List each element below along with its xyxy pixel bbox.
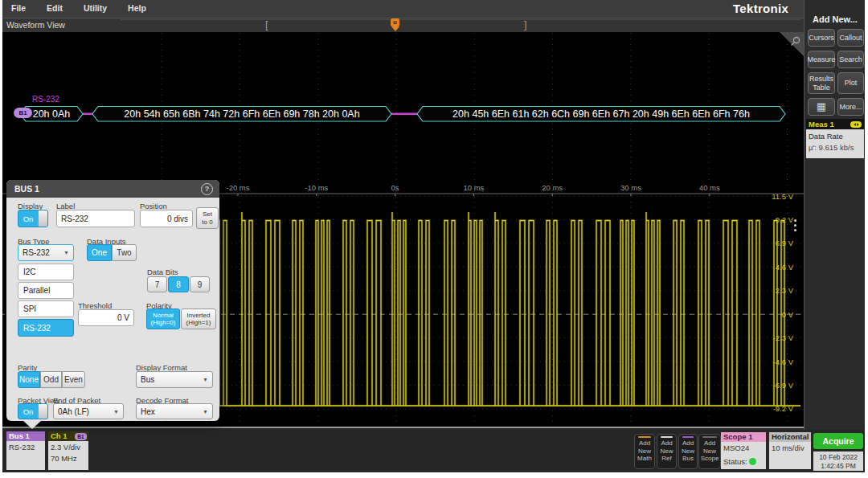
scope1-badge[interactable]: Scope 1 MSO24 Status: bbox=[721, 432, 766, 469]
add-new-button-line: Bus bbox=[679, 455, 697, 463]
dialog-header[interactable]: BUS 1 ? bbox=[6, 180, 219, 198]
add-new-button-line: Add bbox=[657, 439, 676, 447]
set-to-zero-line1: Set bbox=[203, 210, 212, 218]
time-text: 1:42:45 PM bbox=[813, 462, 863, 471]
status-dot-icon bbox=[749, 458, 756, 465]
bus1-badge-title: Bus 1 bbox=[6, 431, 45, 441]
horizontal-badge[interactable]: Horizontal 10 ms/div bbox=[769, 432, 811, 469]
horizontal-badge-title: Horizontal bbox=[769, 432, 811, 442]
data-bits-7-button[interactable]: 7 bbox=[147, 276, 167, 292]
decode-format-value: Hex bbox=[141, 407, 155, 416]
bus-type-option-rs-232[interactable]: RS-232 bbox=[18, 319, 74, 337]
dialog-pointer bbox=[23, 420, 42, 429]
time-axis-label: 40 ms bbox=[699, 183, 720, 192]
scope1-badge-body: MSO24 Status: bbox=[721, 442, 766, 469]
threshold-input[interactable]: 0 V bbox=[78, 309, 134, 326]
screenshot-frame bbox=[0, 472, 868, 478]
ch1-scale: 2.3 V/div bbox=[51, 442, 88, 453]
bus-type-option-parallel[interactable]: Parallel bbox=[18, 282, 74, 299]
display-toggle[interactable]: On bbox=[18, 210, 48, 227]
date-text: 10 Feb 2022 bbox=[813, 453, 863, 462]
bus-type-select[interactable]: RS-232▼ bbox=[18, 244, 74, 261]
zoom-bracket-right: ] bbox=[524, 18, 527, 31]
panel-drag-handle[interactable] bbox=[794, 217, 797, 234]
help-icon[interactable]: ? bbox=[201, 183, 213, 195]
data-inputs-one-button[interactable]: One bbox=[87, 244, 112, 261]
display-format-value: Bus bbox=[141, 375, 154, 384]
set-to-zero-line2: to 0 bbox=[202, 219, 212, 226]
sidebar-button-search[interactable]: Search bbox=[837, 51, 864, 68]
sidebar-button-cursors[interactable]: Cursors bbox=[808, 29, 835, 47]
meas1-value: µ': 9.615 kb/s bbox=[809, 142, 864, 153]
sidebar-button-plot[interactable]: Plot bbox=[837, 72, 864, 94]
add-new-button-line: Add bbox=[679, 439, 697, 447]
polarity-inverted-button[interactable]: Inverted (High=1) bbox=[181, 308, 216, 329]
scope1-badge-title: Scope 1 bbox=[721, 432, 766, 442]
zoom-table-icon-button[interactable]: ▦ bbox=[808, 98, 835, 116]
end-of-packet-select[interactable]: 0Ah (LF)▼ bbox=[53, 403, 124, 419]
meas1-title: Meas 1 bbox=[809, 120, 834, 129]
menu-items: FileEditUtilityHelp bbox=[11, 0, 167, 14]
display-toggle-state: On bbox=[18, 210, 38, 227]
add-new-scope-button[interactable]: AddNewScope bbox=[698, 434, 721, 469]
zoom-corner-control[interactable] bbox=[780, 32, 804, 56]
data-bits-9-button[interactable]: 9 bbox=[190, 276, 210, 292]
sidebar-button-callout[interactable]: Callout bbox=[837, 29, 864, 47]
sidebar-button-results-table[interactable]: Results Table bbox=[808, 72, 835, 94]
data-inputs-two-button[interactable]: Two bbox=[112, 244, 137, 261]
sidebar-button-measure[interactable]: Measure bbox=[808, 51, 835, 68]
add-new-button-line: Math bbox=[635, 455, 654, 463]
bus-packet-text: 20h 54h 65h 6Bh 74h 72h 6Fh 6Eh 69h 78h … bbox=[124, 108, 359, 120]
horizontal-scale: 10 ms/div bbox=[769, 442, 811, 469]
time-axis-label: 30 ms bbox=[620, 183, 641, 192]
display-format-select[interactable]: Bus▼ bbox=[136, 371, 213, 388]
add-new-button-line: New bbox=[635, 447, 654, 456]
data-bits-8-button[interactable]: 8 bbox=[168, 276, 189, 292]
parity-odd-button[interactable]: Odd bbox=[40, 371, 62, 388]
scope1-status-label: Status: bbox=[723, 457, 747, 466]
menu-item-help[interactable]: Help bbox=[128, 0, 146, 13]
add-new-header: Add New... bbox=[805, 14, 866, 24]
bus-type-option-spi[interactable]: SPI bbox=[18, 300, 74, 317]
parity-even-button[interactable]: Even bbox=[62, 371, 85, 388]
meas1-badge-body[interactable]: Data Rate µ': 9.615 kb/s bbox=[806, 129, 864, 158]
set-to-zero-button[interactable]: Set to 0 bbox=[196, 207, 219, 229]
add-new-button-line: Ref bbox=[657, 455, 676, 463]
datetime-box[interactable]: 10 Feb 2022 1:42:45 PM bbox=[813, 451, 863, 471]
add-new-button-line: Add bbox=[699, 439, 720, 447]
add-new-ref-button[interactable]: AddNewRef bbox=[657, 434, 677, 469]
bus-source-badge: B1 bbox=[14, 108, 32, 118]
accent-stripe bbox=[682, 436, 694, 438]
meas1-badge-header[interactable]: Meas 1 bbox=[806, 119, 864, 129]
add-new-math-button[interactable]: AddNewMath bbox=[634, 434, 655, 469]
time-axis-label: 20 ms bbox=[542, 183, 563, 192]
sidebar-button-more-[interactable]: More... bbox=[837, 98, 864, 116]
chevron-down-icon: ▼ bbox=[63, 250, 69, 255]
menu-item-utility[interactable]: Utility bbox=[84, 0, 107, 13]
decode-format-select[interactable]: Hex▼ bbox=[136, 403, 213, 419]
position-input[interactable]: 0 divs bbox=[140, 210, 193, 227]
time-axis-label: 10 ms bbox=[463, 183, 484, 192]
bus-type-option-i2c[interactable]: I2C bbox=[18, 264, 74, 280]
add-new-bus-button[interactable]: AddNewBus bbox=[678, 434, 698, 469]
tab-waveform-view[interactable]: Waveform View bbox=[6, 20, 65, 30]
packet-view-toggle[interactable]: On bbox=[18, 403, 48, 419]
add-new-button-line: Add bbox=[635, 439, 654, 447]
bus-packet-text: 20h 45h 6Eh 61h 62h 6Ch 69h 6Eh 67h 20h … bbox=[452, 108, 750, 120]
bus1-badge[interactable]: Bus 1 RS-232 bbox=[6, 431, 45, 470]
menu-item-file[interactable]: File bbox=[11, 0, 26, 13]
meas1-measurement: Data Rate bbox=[809, 131, 864, 142]
polarity-normal-line2: (High=0) bbox=[151, 319, 176, 326]
ch1-badge[interactable]: Ch 1 B1 2.3 V/div 70 MHz bbox=[48, 431, 88, 470]
menu-item-edit[interactable]: Edit bbox=[47, 0, 63, 13]
packet-view-state: On bbox=[18, 404, 38, 419]
label-input[interactable]: RS-232 bbox=[56, 210, 135, 227]
bus1-config-dialog: BUS 1 ? Display On Label RS-232 Position… bbox=[6, 180, 219, 421]
data-bits-label: Data Bits bbox=[147, 268, 178, 276]
ch1-badge-title: Ch 1 bbox=[51, 431, 68, 440]
polarity-normal-button[interactable]: Normal (High=0) bbox=[146, 308, 180, 329]
acquire-button[interactable]: Acquire bbox=[813, 433, 863, 449]
trigger-position-icon[interactable]: u bbox=[391, 18, 399, 27]
meas1-range-pill-icon[interactable] bbox=[850, 121, 862, 128]
parity-none-button[interactable]: None bbox=[18, 371, 40, 388]
